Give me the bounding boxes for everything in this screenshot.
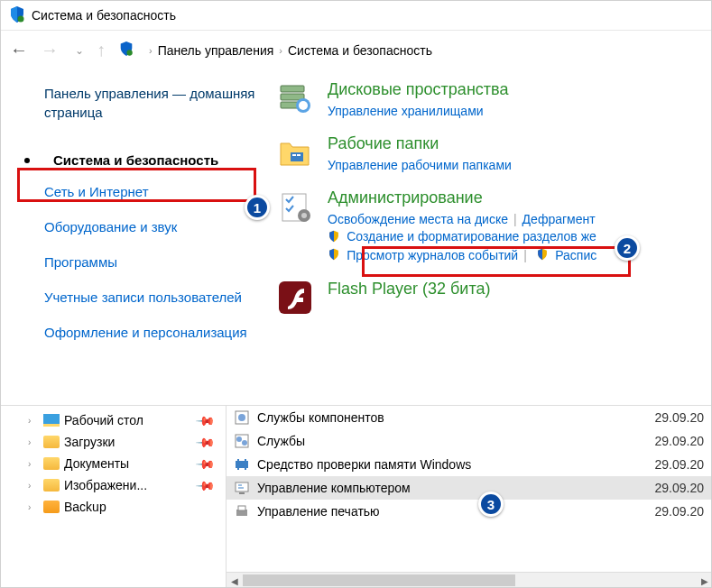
file-row-selected[interactable]: Управление компьютером 29.09.20 [227,476,712,500]
chevron-right-icon: › [28,416,39,426]
svg-point-0 [18,15,24,22]
chevron-right-icon[interactable]: › [149,45,153,56]
svg-rect-23 [245,459,246,470]
computer-management-icon [234,480,250,496]
create-partition-link[interactable]: Создание и форматирование разделов же [347,229,596,243]
scroll-right-icon[interactable]: ▶ [697,573,712,588]
tree-item-label: Изображени... [64,478,147,492]
file-name: Службы [257,434,648,448]
sidebar-item-home[interactable]: Панель управления — домашняя страница [44,84,272,122]
svg-rect-24 [236,482,248,492]
storage-spaces-link[interactable]: Дисковые пространства [328,80,508,99]
svg-point-20 [242,440,247,446]
forward-button[interactable]: → [41,40,59,60]
bullet-icon [24,158,30,163]
file-date: 29.09.20 [655,481,707,495]
folder-icon [43,501,60,513]
folder-tree: › Рабочий стол 📌 › Загрузки 📌 › Документ… [1,406,227,588]
tree-item-images[interactable]: › Изображени... 📌 [26,474,226,496]
file-row[interactable]: Службы компонентов 29.09.20 [227,406,712,429]
annotation-badge-1: 1 [245,195,270,220]
folder-icon [43,457,60,470]
work-folders-icon [277,134,313,170]
chevron-right-icon[interactable]: › [279,45,282,56]
svg-rect-22 [237,459,239,470]
breadcrumb-control-panel[interactable]: Панель управления [158,43,274,58]
file-row[interactable]: Службы 29.09.20 [227,429,712,453]
sidebar-item-current[interactable]: Система и безопасность [44,147,227,173]
file-name: Средство проверки памяти Windows [257,457,648,472]
file-list: Службы компонентов 29.09.20 Службы 29.09… [227,406,712,588]
back-button[interactable]: ← [10,40,28,60]
sidebar-item-appearance[interactable]: Оформление и персонализация [44,323,272,342]
tree-item-label: Документы [64,456,129,471]
shield-icon [536,248,549,263]
file-row[interactable]: Управление печатью 29.09.20 [227,500,712,523]
services-icon [234,433,250,449]
shield-icon [328,230,340,245]
sidebar-item-programs[interactable]: Программы [44,253,272,271]
file-date: 29.09.20 [655,457,707,472]
event-log-link[interactable]: Просмотр журналов событий [347,248,518,262]
content-pane: Дисковые пространства Управление хранили… [272,69,711,405]
services-icon [234,409,250,426]
pin-icon[interactable]: 📌 [195,431,216,452]
memory-test-icon [234,456,250,473]
file-row[interactable]: Средство проверки памяти Windows 29.09.2… [227,453,712,476]
tree-item-downloads[interactable]: › Загрузки 📌 [26,431,226,453]
chevron-right-icon: › [28,481,39,491]
pin-icon[interactable]: 📌 [195,409,216,430]
shield-icon [328,248,340,263]
scroll-left-icon[interactable]: ◀ [227,573,243,588]
tree-item-desktop[interactable]: › Рабочий стол 📌 [26,409,226,431]
disk-cleanup-link[interactable]: Освобождение места на диске [328,212,508,226]
explorer-window: › Рабочий стол 📌 › Загрузки 📌 › Документ… [1,405,712,588]
svg-point-19 [236,436,242,442]
svg-rect-9 [297,154,301,156]
manage-work-folders-link[interactable]: Управление рабочими папками [328,158,512,172]
history-dropdown-icon[interactable]: ⌄ [75,44,84,57]
scroll-track[interactable] [243,573,697,588]
breadcrumb-category[interactable]: Система и безопасность [288,43,432,58]
svg-rect-15 [43,424,60,427]
pin-icon[interactable]: 📌 [195,474,216,495]
window-title-bar: Система и безопасность [1,1,711,30]
up-button[interactable]: ↑ [97,40,106,60]
file-date: 29.09.20 [655,434,707,448]
tree-item-documents[interactable]: › Документы 📌 [26,453,226,474]
window-title: Система и безопасность [32,8,176,23]
annotation-badge-3: 3 [478,492,504,517]
sidebar-current-label: Система и безопасность [53,152,218,168]
flash-player-icon [277,280,313,316]
folder-icon [43,436,60,448]
breadcrumb: › Панель управления › Система и безопасн… [149,43,432,58]
sidebar-item-network[interactable]: Сеть и Интернет [44,182,272,201]
svg-rect-25 [239,492,245,494]
file-name: Управление компьютером [257,481,648,495]
tree-item-label: Backup [64,500,106,514]
sidebar: Панель управления — домашняя страница Си… [1,69,272,405]
svg-point-1 [126,50,132,55]
horizontal-scrollbar[interactable]: ◀ ▶ [227,572,712,588]
flash-player-link[interactable]: Flash Player (32 бита) [328,280,490,299]
desktop-icon [43,414,60,427]
svg-point-6 [299,101,308,110]
tree-item-label: Загрузки [64,435,115,449]
sidebar-item-hardware[interactable]: Оборудование и звук [44,217,272,236]
work-folders-link[interactable]: Рабочие папки [328,134,439,153]
shield-icon [8,5,26,26]
chevron-right-icon: › [28,437,39,447]
pin-icon[interactable]: 📌 [195,453,216,473]
defrag-link[interactable]: Дефрагмент [522,212,596,226]
svg-rect-8 [292,154,296,156]
svg-rect-7 [291,152,303,161]
tree-item-backup[interactable]: › Backup [26,496,226,518]
chevron-right-icon: › [28,502,39,512]
admin-tools-link[interactable]: Администрирование [328,188,483,207]
sidebar-item-accounts[interactable]: Учетные записи пользователей [44,288,272,307]
scroll-thumb[interactable] [243,574,515,586]
manage-storage-link[interactable]: Управление хранилищами [328,104,484,118]
navigation-bar: ← → ⌄ ↑ › Панель управления › Система и … [1,30,711,69]
schedule-link[interactable]: Распис [555,248,596,262]
folder-icon [43,479,60,492]
